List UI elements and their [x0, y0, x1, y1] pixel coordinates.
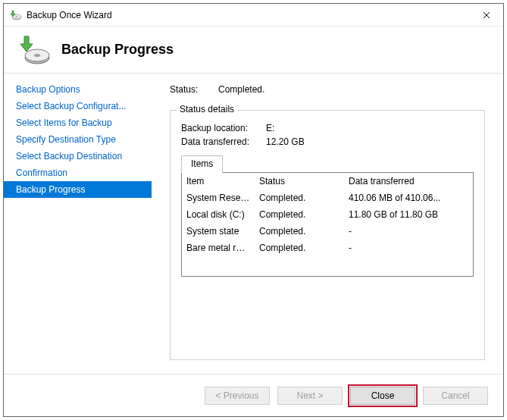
status-value: Completed. — [218, 84, 264, 95]
col-item[interactable]: Item — [182, 173, 255, 190]
svg-point-5 — [34, 54, 40, 57]
step-backup-progress[interactable]: Backup Progress — [4, 181, 152, 198]
wizard-main-panel: Status: Completed. Status details Backup… — [152, 74, 503, 374]
svg-point-2 — [16, 16, 18, 17]
tab-items[interactable]: Items — [181, 155, 223, 173]
app-icon — [10, 9, 22, 21]
backup-location-label: Backup location: — [181, 123, 266, 133]
next-button: Next > — [277, 387, 343, 405]
step-select-items-for-backup[interactable]: Select Items for Backup — [4, 114, 152, 131]
close-button[interactable]: Close — [350, 387, 415, 405]
step-backup-options[interactable]: Backup Options — [4, 81, 152, 98]
window-title: Backup Once Wizard — [27, 10, 112, 20]
window-close-button[interactable] — [469, 4, 503, 26]
status-details-legend: Status details — [177, 104, 237, 114]
table-row[interactable]: Bare metal rec... Completed. - — [182, 240, 473, 256]
table-row[interactable]: Local disk (C:) Completed. 11.80 GB of 1… — [182, 206, 473, 223]
status-details-group: Status details Backup location: E: Data … — [170, 110, 485, 360]
wizard-header: Backup Progress — [4, 27, 503, 74]
step-specify-destination-type[interactable]: Specify Destination Type — [4, 131, 152, 148]
col-status[interactable]: Status — [255, 173, 344, 190]
data-transferred-label: Data transferred: — [181, 136, 266, 147]
step-select-backup-configuration[interactable]: Select Backup Configurat... — [4, 98, 152, 114]
page-title: Backup Progress — [61, 42, 174, 58]
wizard-footer: < Previous Next > Close Cancel — [4, 374, 503, 416]
step-confirmation[interactable]: Confirmation — [4, 165, 152, 181]
items-table: Item Status Data transferred System Rese — [181, 172, 474, 277]
table-row[interactable]: System Reserv... Completed. 410.06 MB of… — [182, 190, 473, 206]
titlebar: Backup Once Wizard — [4, 4, 503, 27]
step-select-backup-destination[interactable]: Select Backup Destination — [4, 148, 152, 165]
wizard-window: Backup Once Wizard Backup Progress Backu… — [3, 3, 504, 417]
status-label: Status: — [170, 84, 218, 95]
wizard-steps-sidebar: Backup Options Select Backup Configurat.… — [4, 74, 152, 374]
data-transferred-value: 12.20 GB — [266, 136, 305, 147]
table-row[interactable]: System state Completed. - — [182, 223, 473, 240]
col-data-transferred[interactable]: Data transferred — [344, 173, 473, 190]
wizard-icon — [17, 33, 51, 67]
cancel-button: Cancel — [423, 387, 488, 405]
backup-location-value: E: — [266, 123, 274, 133]
previous-button: < Previous — [205, 387, 270, 405]
